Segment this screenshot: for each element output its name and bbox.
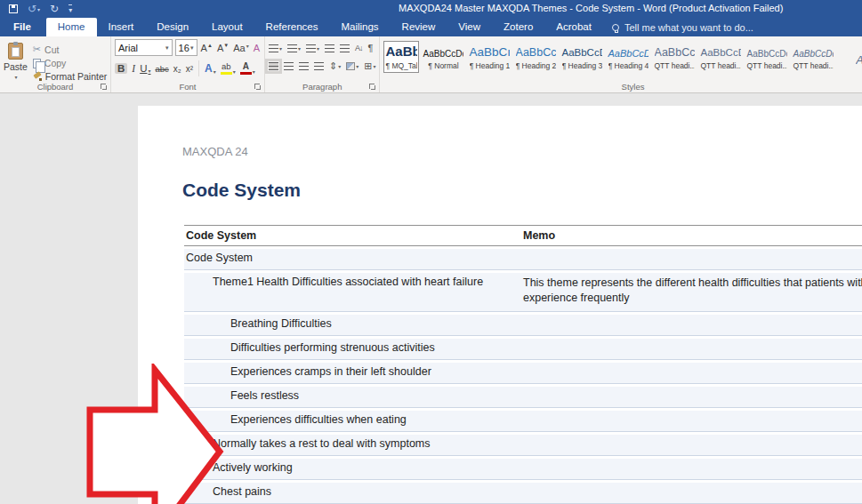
style-preview: AaBbCc: [655, 46, 696, 59]
align-left-button[interactable]: [269, 62, 278, 70]
multilevel-list-button[interactable]: ▾: [306, 44, 319, 52]
style-preview: AaBbCcD: [608, 48, 649, 60]
table-row[interactable]: Breathing Difficulties: [184, 312, 862, 336]
font-dialog-launcher-icon[interactable]: [254, 84, 262, 91]
style-item[interactable]: AaBbCcDc ¶ Normal: [421, 41, 465, 73]
sort-button[interactable]: A↓: [355, 44, 363, 52]
table-row[interactable]: Chest pains: [184, 480, 862, 504]
code-label: Feels restless: [184, 384, 523, 407]
table-row[interactable]: Difficulties performing strenuous activi…: [184, 336, 862, 360]
ribbon-tab[interactable]: Insert: [97, 18, 146, 36]
table-row[interactable]: Theme1 Health Difficulties associated wi…: [184, 270, 862, 312]
ribbon-tab[interactable]: Zotero: [492, 18, 544, 36]
borders-button[interactable]: ⊞▾: [364, 61, 375, 71]
ribbon-tab[interactable]: View: [447, 18, 492, 36]
font-size-combo[interactable]: 16 ▾: [175, 39, 197, 56]
font-name-combo[interactable]: Arial ▾: [115, 39, 173, 56]
ribbon-tab[interactable]: Home: [46, 18, 97, 36]
grow-font-button[interactable]: A▲: [200, 43, 213, 53]
copy-button[interactable]: Copy: [33, 58, 107, 68]
ribbon-tab[interactable]: Review: [391, 18, 447, 36]
underline-button[interactable]: U▾: [140, 63, 150, 74]
tell-me-box[interactable]: Tell me what you want to do...: [603, 18, 762, 36]
table-row[interactable]: Experiences cramps in their left shoulde…: [184, 360, 862, 384]
align-right-button[interactable]: [299, 62, 309, 70]
ribbon-tab[interactable]: Design: [145, 18, 200, 36]
strikethrough-button[interactable]: abc: [155, 64, 168, 74]
show-hide-pilcrow-button[interactable]: ¶: [368, 44, 374, 53]
paste-dropdown-icon[interactable]: ▾: [14, 74, 17, 80]
font-size-dropdown-icon[interactable]: ▾: [190, 44, 194, 52]
borders-icon: ⊞: [364, 61, 372, 71]
style-item[interactable]: AaBbCc QTT headi...: [652, 41, 697, 73]
subscript-button[interactable]: x₂: [173, 64, 181, 74]
style-item[interactable]: AaBbCı ¶ Heading 1: [467, 41, 512, 73]
document-page[interactable]: MAXQDA 24 Code System Code System Memo C…: [138, 106, 862, 504]
redo-button[interactable]: ↻: [50, 3, 59, 15]
change-case-button[interactable]: Aa▾: [232, 43, 249, 53]
undo-dropdown-icon[interactable]: ▾: [37, 6, 40, 12]
style-preview: AaBbCcDc: [793, 49, 834, 60]
text-effects-button[interactable]: A▾: [205, 62, 216, 75]
bold-button[interactable]: B: [115, 63, 127, 74]
ribbon-tab[interactable]: Acrobat: [544, 18, 603, 36]
table-row[interactable]: Feels restless: [184, 384, 862, 408]
memo-cell: [523, 456, 862, 479]
cut-button[interactable]: ✂ Cut: [33, 44, 107, 55]
memo-cell: [523, 384, 862, 407]
styles-group-label: Styles: [380, 82, 862, 92]
doc-title: Code System: [182, 180, 862, 201]
ribbon-tab[interactable]: Mailings: [329, 18, 390, 36]
style-item[interactable]: AaBbCcD QTT headi...: [698, 41, 743, 73]
table-row[interactable]: Experiences difficulties when eating: [184, 408, 862, 432]
ribbon-tabs: File Home Insert Design Layout Reference…: [0, 18, 603, 36]
code-label: Theme1 Health Difficulties associated wi…: [184, 270, 523, 311]
ribbon-tab[interactable]: References: [254, 18, 330, 36]
table-row[interactable]: Normally takes a rest to deal with sympt…: [184, 432, 862, 456]
table-header-code-system: Code System: [184, 224, 523, 247]
increase-indent-button[interactable]: [340, 44, 350, 52]
memo-cell: [523, 312, 862, 335]
italic-button[interactable]: I: [132, 63, 135, 74]
shrink-font-button[interactable]: A▼: [216, 43, 230, 53]
justify-button[interactable]: [314, 62, 324, 70]
clear-formatting-button[interactable]: A: [253, 43, 261, 53]
style-item[interactable]: AaBbCcD ¶ Heading 4: [606, 41, 650, 73]
format-painter-button[interactable]: Format Painter: [33, 71, 107, 82]
numbering-button[interactable]: ▾: [287, 44, 301, 52]
divider: [198, 60, 199, 76]
save-button[interactable]: [9, 4, 18, 13]
shading-button[interactable]: ▾: [346, 62, 358, 70]
memo-cell: [523, 432, 862, 455]
paragraph-dialog-launcher-icon[interactable]: [369, 84, 376, 91]
style-item[interactable]: AaBbCc ¶ Heading 2: [513, 41, 558, 73]
code-label: Code System: [184, 246, 523, 269]
copy-label: Copy: [44, 58, 67, 68]
style-item[interactable]: A: [837, 41, 862, 73]
style-item[interactable]: AaBbCcDc QTT headi...: [791, 41, 835, 73]
bullets-button[interactable]: ▾: [269, 44, 282, 52]
ribbon-tab[interactable]: File: [0, 18, 44, 36]
decrease-indent-button[interactable]: [325, 44, 334, 52]
tell-me-label: Tell me what you want to do...: [624, 22, 753, 33]
align-center-button[interactable]: [284, 62, 294, 70]
superscript-button[interactable]: x²: [186, 64, 193, 74]
line-spacing-button[interactable]: ⇕▾: [329, 61, 341, 71]
style-item[interactable]: AaBbCcDc QTT headi...: [745, 41, 789, 73]
highlight-button[interactable]: ab ▾: [221, 62, 236, 75]
style-item[interactable]: AaBbCcD ¶ Heading 3: [560, 41, 604, 73]
font-name-dropdown-icon[interactable]: ▾: [165, 44, 169, 52]
font-color-button[interactable]: A ▾: [240, 62, 255, 75]
quick-access-toolbar: ↺▾ ↻ ▾: [9, 1, 72, 17]
table-row[interactable]: Code System: [184, 246, 862, 270]
undo-button[interactable]: ↺▾: [28, 3, 40, 15]
clipboard-dialog-launcher-icon[interactable]: [101, 84, 108, 91]
customize-qat-button[interactable]: ▾: [68, 4, 72, 14]
underline-dropdown-icon[interactable]: ▾: [148, 68, 150, 74]
ribbon: Paste ▾ ✂ Cut Copy Format Painter Clipbo…: [0, 36, 862, 93]
style-item[interactable]: AaBbC ¶ MQ_Tabl...: [383, 41, 419, 73]
table-row[interactable]: Actively working: [184, 456, 862, 480]
paste-button[interactable]: Paste ▾: [4, 39, 28, 80]
bullet-list-icon: [269, 44, 278, 52]
ribbon-tab[interactable]: Layout: [200, 18, 254, 36]
